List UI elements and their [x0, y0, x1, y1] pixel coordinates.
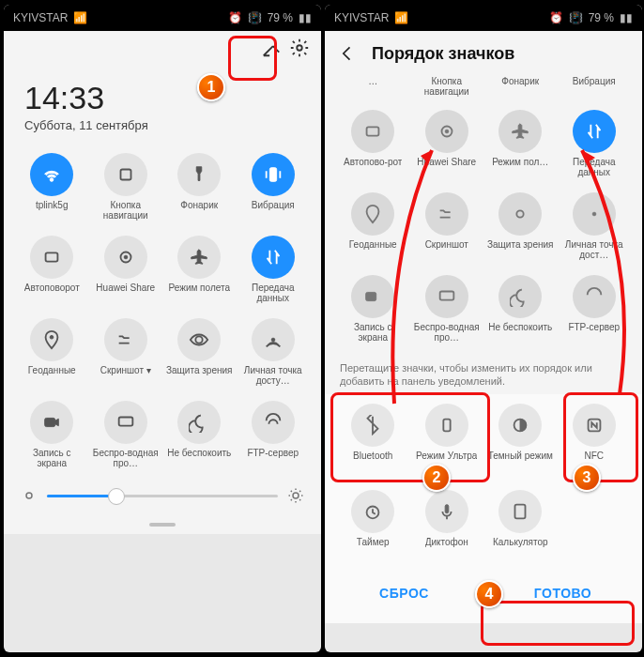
edit-icon[interactable]	[261, 38, 282, 62]
left-screen: KYIVSTAR📶 ⏰📳79 %▮▮ 14:33 Суббота, 11 сен…	[4, 5, 321, 652]
tile-airplane[interactable]: Режим полета	[162, 236, 237, 313]
tile-wifi[interactable]: tplink5g	[15, 153, 89, 230]
page-title: Порядок значков	[372, 44, 514, 64]
tile-airplane[interactable]: Режим пол…	[483, 110, 558, 187]
tile-row-3: Геоданные Скриншот ▾ Защита зрения Лична…	[4, 313, 321, 395]
reset-button[interactable]: СБРОС	[325, 574, 483, 612]
tile-ftp[interactable]: FTP-сервер	[558, 275, 632, 352]
tile-dnd[interactable]: Не беспокоить	[483, 275, 558, 352]
tile-wireless-proj[interactable]: Беспро-водная про…	[89, 401, 163, 478]
order-row-a: … Кнопка навигации Фонарик Вибрация	[325, 76, 642, 104]
date: Суббота, 11 сентября	[4, 118, 321, 147]
tile-dark-mode[interactable]: Темный режим	[483, 404, 558, 481]
tile-flash[interactable]: Фонарик	[483, 76, 558, 104]
tile-huawei-share[interactable]: Huawei Share	[89, 236, 163, 313]
tile-ultra[interactable]: Режим Ультра	[410, 404, 484, 481]
tile-timer[interactable]: Таймер	[336, 490, 410, 567]
svg-point-16	[517, 210, 524, 217]
svg-rect-13	[367, 127, 379, 135]
svg-rect-9	[45, 418, 55, 426]
title-bar: Порядок значков	[325, 31, 642, 76]
svg-rect-10	[118, 418, 132, 426]
tile-nav[interactable]: Кнопка навигации	[410, 76, 484, 104]
back-icon[interactable]	[338, 44, 357, 63]
tile-bluetooth[interactable]: Bluetooth	[336, 404, 410, 481]
tile-data[interactable]: Передача данных	[558, 110, 632, 187]
svg-point-0	[297, 45, 302, 51]
tile-recorder[interactable]: Диктофон	[410, 490, 484, 567]
extra-row-b: Таймер Диктофон Калькулятор	[325, 481, 642, 567]
tile-autorotate[interactable]: Автоповорот	[15, 236, 89, 313]
svg-point-17	[592, 212, 596, 216]
order-row-b: Автопово-рот Huawei Share Режим пол… Пер…	[325, 104, 642, 187]
brightness-slider[interactable]	[4, 478, 321, 519]
tile-partial[interactable]: …	[336, 76, 410, 104]
tile-dnd[interactable]: Не беспокоить	[162, 401, 237, 478]
tile-nav-button[interactable]: Кнопка навигации	[89, 153, 163, 230]
svg-point-12	[293, 493, 299, 498]
tile-location[interactable]: Геоданные	[15, 318, 89, 395]
tile-autorotate[interactable]: Автопово-рот	[336, 110, 410, 187]
done-button[interactable]: ГОТОВО	[483, 574, 642, 612]
status-bar: KYIVSTAR📶 ⏰📳79 %▮▮	[4, 5, 321, 31]
panel-header	[4, 31, 321, 69]
tile-empty	[558, 490, 632, 567]
svg-point-7	[196, 336, 203, 343]
svg-rect-19	[439, 292, 453, 300]
tile-hotspot[interactable]: Личная точка дост…	[558, 192, 632, 269]
tile-screenshot[interactable]: Скриншот	[410, 192, 484, 269]
tile-location[interactable]: Геоданные	[336, 192, 410, 269]
svg-rect-1	[120, 170, 130, 180]
status-bar: KYIVSTAR📶 ⏰📳79 %▮▮	[325, 5, 642, 31]
svg-rect-24	[445, 504, 449, 512]
clock: 14:33	[4, 69, 321, 118]
tile-data[interactable]: Передача данных	[237, 236, 311, 313]
brightness-high-icon	[287, 487, 304, 504]
tile-flashlight[interactable]: Фонарик	[162, 153, 237, 230]
right-screen: KYIVSTAR📶 ⏰📳79 %▮▮ Порядок значков … Кно…	[325, 5, 642, 652]
tile-screenshot[interactable]: Скриншот ▾	[89, 318, 163, 395]
drag-handle[interactable]	[4, 519, 321, 534]
svg-point-4	[124, 255, 128, 259]
extra-row-a: Bluetooth Режим Ультра Темный режим NFC	[325, 394, 642, 481]
tile-row-2: Автоповорот Huawei Share Режим полета Пе…	[4, 230, 321, 313]
svg-point-8	[271, 338, 275, 342]
svg-rect-18	[366, 292, 376, 300]
tile-nfc[interactable]: NFC	[558, 404, 632, 481]
order-row-d: Запись с экрана Беспро-водная про… Не бе…	[325, 269, 642, 352]
tile-share[interactable]: Huawei Share	[410, 110, 484, 187]
tile-screen-record[interactable]: Запись с экрана	[15, 401, 89, 478]
svg-point-11	[26, 493, 32, 498]
tile-wireless-proj[interactable]: Беспро-водная про…	[410, 275, 484, 352]
drag-hint: Перетащите значки, чтобы изменить их пор…	[325, 352, 642, 394]
tile-vib[interactable]: Вибрация	[558, 76, 632, 104]
settings-icon[interactable]	[289, 38, 310, 62]
button-row: СБРОС ГОТОВО	[325, 567, 642, 623]
tile-screen-record[interactable]: Запись с экрана	[336, 275, 410, 352]
svg-rect-25	[515, 504, 526, 518]
tile-eye-comfort[interactable]: Защита зрения	[483, 192, 558, 269]
svg-point-6	[50, 335, 54, 339]
tile-ftp[interactable]: FTP-сервер	[237, 401, 311, 478]
tile-row-1: tplink5g Кнопка навигации Фонарик Вибрац…	[4, 147, 321, 230]
tile-calculator[interactable]: Калькулятор	[483, 490, 558, 567]
svg-rect-20	[443, 419, 450, 431]
tile-row-4: Запись с экрана Беспро-водная про… Не бе…	[4, 395, 321, 478]
svg-rect-2	[269, 168, 276, 182]
svg-point-14	[445, 130, 449, 133]
tile-eye-comfort[interactable]: Защита зрения	[162, 318, 237, 395]
tile-vibration[interactable]: Вибрация	[237, 153, 311, 230]
svg-rect-3	[46, 252, 58, 261]
tile-hotspot[interactable]: Личная точка досту…	[237, 318, 311, 395]
brightness-low-icon	[21, 487, 38, 504]
order-row-c: Геоданные Скриншот Защита зрения Личная …	[325, 187, 642, 269]
